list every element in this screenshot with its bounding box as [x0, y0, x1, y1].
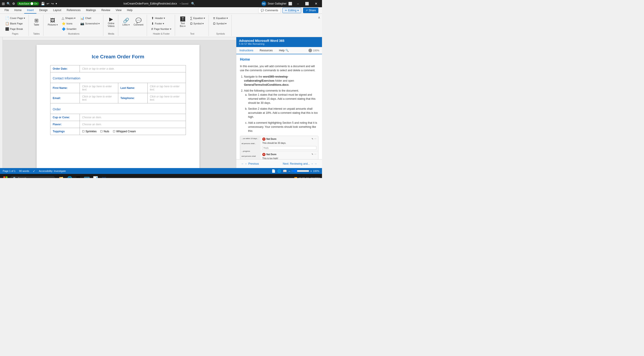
sprinkles-option[interactable]: ☐ Sprinkles	[82, 130, 96, 133]
symbol2-button[interactable]: Ω Symbol ▾	[212, 21, 230, 26]
telephone-field[interactable]: Click or tap here to enter text.	[148, 93, 186, 103]
view-print-icon[interactable]: 📄	[272, 169, 276, 173]
comments-button[interactable]: 💬 Comments	[258, 8, 280, 13]
taskbar-search[interactable]: 🔍 Search	[10, 176, 55, 178]
nuts-option[interactable]: ☐ Nuts	[100, 130, 109, 133]
search-btn[interactable]: 🔍	[191, 2, 195, 6]
tab-design[interactable]: Design	[36, 7, 50, 14]
minimize-button[interactable]: –	[294, 1, 302, 6]
nuts-checkbox[interactable]: ☐	[100, 130, 103, 133]
blank-page-button[interactable]: 📋 Blank Page	[4, 21, 27, 26]
share-button[interactable]: ↗ Share	[303, 8, 318, 13]
equation2-button[interactable]: π Equation ▾	[212, 16, 230, 20]
tab-mailings[interactable]: Mailings	[83, 7, 98, 14]
smartart-button[interactable]: 🔷 SmartArt	[60, 26, 78, 32]
redo-icon[interactable]: ↪	[51, 2, 54, 6]
autosave-toggle[interactable]: AutoSave On	[17, 2, 39, 6]
help-search-icon[interactable]: 🔍	[285, 49, 289, 52]
cup-cone-field[interactable]: Choose an item.	[80, 114, 186, 121]
resources-label: Resources	[260, 49, 272, 52]
first-name-field[interactable]: Click or tap here to enter text.	[80, 83, 118, 93]
taskbar-terminal-icon[interactable]: ⌨	[83, 174, 91, 178]
taskbar-edge-icon[interactable]: 🌐	[66, 174, 74, 178]
order-date-field[interactable]: Click or tap to enter a date.	[80, 65, 186, 72]
save-icon[interactable]: 💾	[41, 2, 45, 6]
customize-icon[interactable]: ▾	[56, 2, 57, 5]
footer-button[interactable]: ⬇ Footer ▾	[150, 21, 173, 26]
flavor-field[interactable]: Choose an item.	[80, 121, 186, 128]
tab-view[interactable]: View	[113, 7, 124, 14]
icons-label: Icons	[66, 22, 72, 25]
comment-2-author: Nat Dunn	[266, 153, 311, 156]
footer-icon: ⬇	[151, 22, 154, 25]
next-button[interactable]: Next: Reviewing and... → →	[281, 161, 319, 166]
zoom-slider[interactable]	[291, 169, 309, 173]
prev-button[interactable]: ← ← Previous	[240, 161, 261, 166]
close-button[interactable]: ✕	[312, 1, 320, 6]
tab-file[interactable]: File	[2, 7, 12, 14]
view-read-icon[interactable]: 📖	[283, 169, 287, 173]
zoom-in-button[interactable]: +	[310, 169, 312, 173]
text-box-button[interactable]: 🆃 TextBox ▾	[178, 16, 188, 29]
whipped-cream-checkbox[interactable]: ☐	[113, 130, 115, 133]
zoom-control: – + 100%	[288, 169, 319, 173]
telephone-label: Telephone:	[118, 93, 148, 103]
comment-2-edit-icon[interactable]: ✎	[312, 153, 314, 156]
comment-list-side: N Nat Dunn ✎ ⋯ This should be 30 days.	[260, 136, 318, 159]
tab-resources[interactable]: Resources	[256, 47, 276, 54]
email-field[interactable]: Click or tap here to enter text.	[80, 93, 118, 103]
comment-btn[interactable]: 💬 Comment	[132, 16, 145, 29]
title-filename: IceCreamOrderForm_EditingRestricted.docx	[124, 2, 177, 5]
shapes-button[interactable]: △ Shapes ▾	[60, 16, 78, 20]
view-web-icon[interactable]: 🌐	[277, 169, 281, 173]
tab-insert[interactable]: Insert	[24, 7, 36, 14]
comment-2-more-icon[interactable]: ⋯	[314, 153, 316, 156]
title-bar-center: IceCreamOrderForm_EditingRestricted.docx…	[124, 2, 195, 6]
comment-1-reply[interactable]	[262, 146, 316, 150]
whipped-cream-option[interactable]: ☐ Whipped Cream	[113, 130, 136, 133]
symbol-button[interactable]: Ω Symbol ▾	[188, 21, 207, 26]
sprinkles-checkbox[interactable]: ☐	[82, 130, 84, 133]
comment-1-more-icon[interactable]: ⋯	[314, 138, 316, 141]
icons-button[interactable]: ⭐ Icons	[60, 21, 78, 26]
cup-cone-placeholder: Choose an item.	[82, 116, 102, 119]
screenshot-button[interactable]: 📷 Screenshot ▾	[79, 21, 101, 26]
text-items: 🆃 TextBox ▾ ∑ Equation ▾ Ω Symbol ▾	[178, 16, 207, 32]
undo-icon[interactable]: ↩	[46, 2, 49, 6]
maximize-button[interactable]: ⬜	[303, 1, 311, 6]
start-button[interactable]	[2, 175, 9, 178]
taskbar-search-label: Search	[18, 177, 26, 178]
links-button[interactable]: 🔗 Links ▾	[121, 16, 131, 29]
comment-1-edit-icon[interactable]: ✎	[312, 138, 314, 141]
chart-button[interactable]: 📊 Chart	[79, 16, 101, 20]
online-videos-icon: ▶	[109, 17, 113, 22]
pictures-button[interactable]: 🖼 Pictures ▾	[46, 16, 59, 29]
online-videos-button[interactable]: ▶ OnlineVideos	[106, 16, 116, 29]
header-button[interactable]: ⬆ Header ▾	[150, 16, 173, 20]
tab-references[interactable]: References	[64, 7, 83, 14]
collapse-ribbon-button[interactable]: ∧	[318, 16, 320, 19]
tab-instructions[interactable]: Instructions	[236, 47, 256, 54]
pages-label: Pages	[4, 32, 27, 35]
last-name-field[interactable]: Click or tap here to enter text.	[148, 83, 186, 93]
document-scroll[interactable]: Ice Cream Order Form Order Date: Click o…	[0, 40, 236, 168]
tab-help[interactable]: Help 🔍	[276, 47, 292, 54]
tab-home[interactable]: Home	[12, 7, 24, 14]
table-button[interactable]: ⊞ Table	[32, 16, 42, 29]
cover-page-button[interactable]: 📄 Cover Page ▾	[4, 16, 27, 20]
zoom-out-button[interactable]: –	[288, 169, 290, 173]
taskbar-files-icon[interactable]: 📁	[57, 174, 65, 178]
tab-help[interactable]: Help	[124, 7, 135, 14]
taskbar: 🔍 Search 📁 🌐 🖼 ⌨ 📊 W 📶 10:23 AM 3/1/2024	[0, 174, 322, 178]
accessibility-status[interactable]: Accessibility: Investigate	[39, 170, 66, 172]
editing-button[interactable]: ✏ Editing ▾	[282, 8, 301, 13]
tab-review[interactable]: Review	[98, 7, 113, 14]
page-number-button[interactable]: # Page Number ▾	[150, 26, 173, 32]
taskbar-photos-icon[interactable]: 🖼	[74, 174, 82, 178]
taskbar-word-icon[interactable]: W	[100, 174, 108, 178]
window-btn[interactable]: ⬜	[288, 2, 292, 6]
taskbar-excel-icon[interactable]: 📊	[91, 174, 100, 178]
page-break-button[interactable]: ⬛ Page Break	[4, 26, 27, 32]
equation-button[interactable]: ∑ Equation ▾	[188, 16, 207, 20]
tab-layout[interactable]: Layout	[50, 7, 64, 14]
